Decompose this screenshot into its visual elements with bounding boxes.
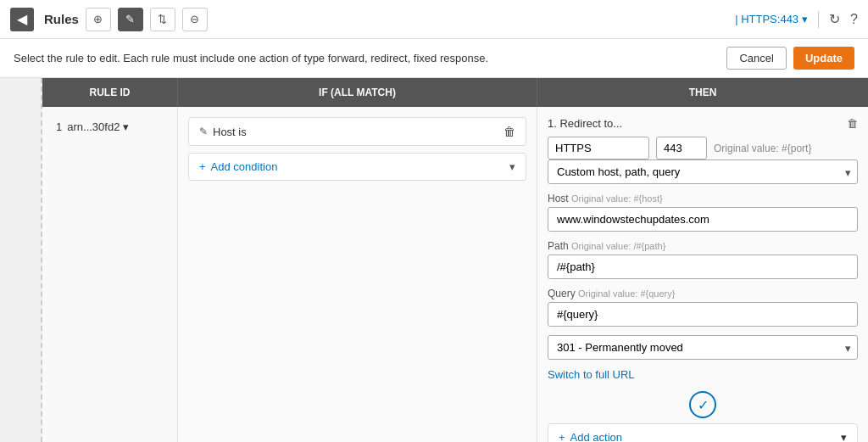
host-label: Host Original value: #{host} [548,193,858,204]
update-button[interactable]: Update [793,47,854,70]
back-button[interactable]: ◀ [10,8,34,31]
col-header-then: THEN [537,78,868,107]
top-bar: ◀ Rules ⊕ ✎ ⇅ ⊖ | HTTPS:443 ▾ ↻ ? [0,0,868,39]
condition-row: ✎ Host is 🗑 [188,117,526,146]
add-condition-label: Add condition [211,160,278,173]
query-field-group: Query Original value: #{query} [548,288,858,327]
path-field-group: Path Original value: /#{path} [548,240,858,279]
top-bar-right: | HTTPS:443 ▾ ↻ ? [735,11,858,28]
custom-host-select-wrap: Custom host, path, query [548,159,858,184]
status-select[interactable]: 301 - Permanently moved 302 - Found 303 … [548,335,858,360]
info-message: Select the rule to edit. Each rule must … [14,52,488,64]
add-action-label: Add action [570,431,622,442]
add-condition-chevron-icon: ▾ [509,160,515,173]
back-icon: ◀ [17,11,27,27]
add-icon: ⊕ [93,13,103,25]
switch-to-full-url-link[interactable]: Switch to full URL [548,368,858,381]
check-icon: ✓ [698,397,709,413]
add-condition-plus-icon: + [199,160,206,173]
arn-chevron-icon: ▾ [123,120,129,133]
table-row: 1 arn...30fd2 ▾ ✎ Host is 🗑 + [42,107,868,442]
host-input[interactable] [548,207,858,232]
remove-icon: ⊖ [190,13,199,25]
add-condition-row[interactable]: + Add condition ▾ [188,153,526,181]
col-header-if: IF (all match) [178,78,537,107]
add-action-row[interactable]: + Add action ▾ [548,423,858,442]
original-value-port: Original value: #{port} [714,143,811,154]
custom-host-select[interactable]: Custom host, path, query [548,159,858,184]
rules-label: Rules [44,12,79,26]
host-field-group: Host Original value: #{host} [548,193,858,232]
pencil-icon: ✎ [199,126,208,137]
status-select-wrap: 301 - Permanently moved 302 - Found 303 … [548,335,858,360]
help-button[interactable]: ? [850,12,858,27]
add-action-left: + Add action [559,431,622,442]
protocol-select-wrap: HTTPS HTTP [548,137,649,159]
main-content: RULE ID IF (all match) THEN 1 arn...30fd… [0,78,868,442]
protocol-port-row: HTTPS HTTP Original value: #{port} [548,137,858,159]
add-action-plus-icon: + [559,431,565,442]
then-header: 1. Redirect to... 🗑 [548,117,858,130]
path-label: Path Original value: /#{path} [548,240,858,252]
edit-icon: ✎ [125,13,135,25]
add-condition-left: + Add condition [199,160,277,173]
protocol-chevron-icon: ▾ [802,13,808,25]
reorder-rule-button[interactable]: ⇅ [150,8,175,31]
rule-number: 1 [56,120,62,133]
add-rule-button[interactable]: ⊕ [86,8,111,31]
path-input[interactable] [548,255,858,279]
then-title: 1. Redirect to... [548,117,622,130]
add-action-chevron-icon: ▾ [841,431,847,442]
table-area: RULE ID IF (all match) THEN 1 arn...30fd… [42,78,868,442]
rule-id-column: 1 arn...30fd2 ▾ [42,107,178,442]
condition-label: Host is [213,126,247,138]
info-bar: Select the rule to edit. Each rule must … [0,39,868,78]
check-circle-button[interactable]: ✓ [689,391,716,418]
table-header: RULE ID IF (all match) THEN [42,78,868,107]
then-column: 1. Redirect to... 🗑 HTTPS HTTP Original … [537,107,868,442]
then-delete-icon[interactable]: 🗑 [847,117,858,130]
edit-rule-button[interactable]: ✎ [118,8,143,31]
query-label: Query Original value: #{query} [548,288,858,299]
rule-arn[interactable]: arn...30fd2 ▾ [67,120,129,133]
cancel-button[interactable]: Cancel [726,47,786,70]
info-actions: Cancel Update [726,47,854,70]
help-icon: ? [850,12,858,26]
left-border [0,78,42,442]
condition-text: ✎ Host is [199,126,247,138]
remove-rule-button[interactable]: ⊖ [182,8,208,31]
protocol-select[interactable]: HTTPS HTTP [548,137,649,159]
if-column: ✎ Host is 🗑 + Add condition ▾ [178,107,537,442]
refresh-button[interactable]: ↻ [829,11,840,27]
divider [818,11,819,28]
top-bar-left: ◀ Rules ⊕ ✎ ⇅ ⊖ [10,8,735,31]
col-header-rule-id: RULE ID [42,78,178,107]
condition-delete-icon[interactable]: 🗑 [504,125,515,138]
reorder-icon: ⇅ [158,13,167,25]
protocol-badge[interactable]: | HTTPS:443 ▾ [735,13,808,25]
rule-arn-text: arn...30fd2 [67,120,120,133]
port-input[interactable] [656,137,707,159]
query-input[interactable] [548,302,858,327]
protocol-label: | HTTPS:443 [735,13,798,25]
refresh-icon: ↻ [829,12,840,26]
